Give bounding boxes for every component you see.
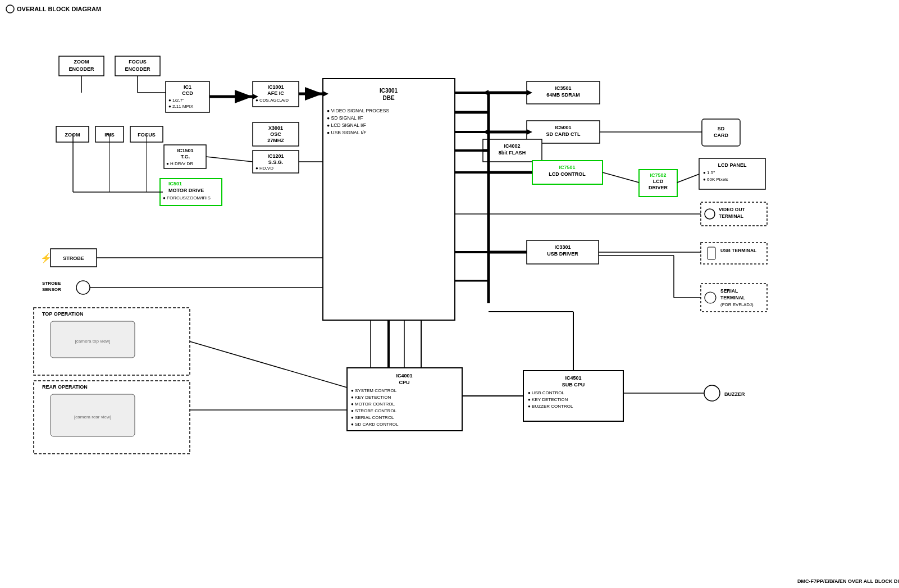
ic501-bullet: ● FORCUS/ZOOM/IRIS: [163, 195, 211, 200]
focus-encoder-label2: ENCODER: [125, 66, 150, 72]
ic4501-label2: SUB CPU: [562, 382, 585, 388]
sd-card-label1: SD: [718, 126, 725, 131]
lcd-panel-label: LCD PANEL: [718, 162, 747, 168]
ic4001-b1: ● SYSTEM CONTROL: [351, 388, 397, 393]
zoom-label: ZOOM: [65, 132, 80, 138]
ic4001-label2: CPU: [399, 380, 409, 385]
ic7502-label3: DRIVER: [649, 185, 668, 190]
ic4001-b2: ● KEY DETECTION: [351, 395, 391, 400]
ic3501-label1: IC3501: [555, 85, 571, 91]
ic1201-bullet: ● HD,VD: [255, 166, 273, 171]
usb-icon: [708, 247, 715, 259]
ic4001-b4: ● STROBE CONTROL: [351, 408, 397, 413]
page: OVERALL BLOCK DIAGRAM DMC-F7PP/E/B/A/EN …: [0, 0, 899, 588]
ic4002-label1: IC4002: [504, 143, 520, 149]
arrow-bus-sdram-l: [483, 90, 489, 95]
top-camera-placeholder: [camera top view]: [75, 339, 111, 344]
serial-icon: [705, 292, 716, 303]
wire-tg-ssg: [206, 157, 253, 162]
ic1-label1: IC1: [184, 84, 191, 90]
rear-operation-label: REAR OPERATION: [42, 384, 88, 390]
ic3501-label2: 64MB SDRAM: [546, 92, 580, 98]
ic4501-b1: ● USB CONTROL: [528, 390, 564, 395]
sd-card-label2: CARD: [714, 133, 728, 138]
video-out-icon: [705, 209, 715, 219]
x3001-label3: 27MHZ: [267, 138, 284, 143]
ic4001-b5: ● SERIAL CONTROL: [351, 415, 394, 420]
focus-encoder-label1: FOCUS: [129, 59, 147, 65]
ic7502-label1: IC7502: [650, 172, 666, 178]
ic7501-label2: LCD CONTROL: [549, 171, 586, 177]
ic4001-b6: ● SD CARD CONTROL: [351, 422, 399, 427]
ic1001-label1: IC1001: [267, 84, 284, 90]
ic3001-bullet4: ● USB SIGNAL I/F: [327, 130, 366, 135]
ic1-label2: CCD: [182, 90, 193, 96]
buzzer-label: BUZZER: [724, 391, 745, 397]
ic1501-bullet: ● H DR/V DR: [166, 161, 193, 166]
footer-label: DMC-F7PP/E/B/A/EN OVER ALL BLOCK DIAGRAM: [797, 578, 899, 584]
ic4501-label1: IC4501: [565, 375, 581, 381]
x3001-label1: X3001: [268, 125, 283, 131]
ic1001-bullet: ● CDS,AGC,A/D: [255, 98, 289, 103]
wire-lcdctl-lcddvr: [603, 172, 639, 183]
ic3001-bullet1: ● VIDEO SIGNAL PROCESS: [327, 108, 389, 113]
ic7501-label1: IC7501: [559, 165, 575, 170]
strobe-sensor-label1: STROBE: [42, 281, 61, 286]
ic1201-label2: S.S.G.: [268, 159, 284, 165]
arrow-bus-sdctl-l: [483, 129, 489, 135]
buzzer-icon: [704, 385, 720, 401]
block-diagram-svg: OVERALL BLOCK DIAGRAM DMC-F7PP/E/B/A/EN …: [0, 0, 899, 588]
ic4501-b2: ● KEY DETECTION: [528, 397, 568, 402]
ic3001-bullet3: ● LCD SIGNAL I/F: [327, 122, 366, 128]
ic501-label1: IC501: [168, 181, 182, 186]
serial-label3: (FOR EVR-ADJ): [720, 302, 754, 307]
ic1001-label2: AFE IC: [267, 90, 284, 96]
ic5001-label1: IC5001: [555, 125, 571, 130]
ic3301-label1: IC3301: [554, 244, 571, 250]
ic501-label2: MOTOR DRIVE: [168, 188, 204, 193]
top-operation-label: TOP OPERATION: [42, 311, 84, 317]
header-title: OVERALL BLOCK DIAGRAM: [17, 6, 101, 12]
ic3001-bullet2: ● SD SIGNAL I/F: [327, 115, 363, 121]
ic3301-label2: USB DRIVER: [547, 251, 578, 257]
header-icon: [6, 5, 14, 13]
ic3001-label1: IC3001: [380, 88, 398, 94]
ic1-bullet2: ● 2.11 MPIX: [168, 104, 194, 109]
ic1201-label1: IC1201: [267, 153, 284, 159]
video-out-label1: VIDEO OUT: [719, 207, 746, 212]
serial-label2: TERMINAL: [720, 295, 745, 300]
x3001-label2: OSC: [270, 131, 281, 137]
rear-camera-placeholder: [camera rear view]: [74, 414, 111, 420]
ic4501-b3: ● BUZZER CONTROL: [528, 404, 573, 409]
ic3001-label2: DBE: [382, 95, 394, 101]
video-out-label2: TERMINAL: [719, 213, 743, 219]
ic4001-b3: ● MOTOR CONTROL: [351, 402, 395, 407]
zoom-encoder-label2: ENCODER: [69, 66, 94, 72]
ic4002-label2: 8bit FLASH: [499, 150, 526, 156]
ic1501-label1: IC1501: [177, 148, 193, 153]
strobe-icon: ⚡: [40, 253, 52, 263]
wire-top-op-cpu: [190, 341, 347, 388]
ic5001-label2: SD CARD CTL: [546, 131, 581, 137]
ic1501-label2: T.G.: [181, 154, 190, 159]
ic4001-label1: IC4001: [396, 373, 412, 379]
strobe-sensor-label2: SENSOR: [42, 287, 61, 292]
lcd-panel-bullet1: ● 1.5": [703, 170, 715, 175]
lcd-panel-bullet2: ● 60K Pixels: [703, 177, 728, 182]
strobe-sensor-circle: [76, 281, 90, 294]
wire-lcddvr-lcdpanel: [677, 174, 699, 183]
serial-label1: SERIAL: [720, 288, 738, 294]
zoom-encoder-label1: ZOOM: [74, 59, 89, 65]
ic7502-label2: LCD: [653, 179, 664, 184]
ic1-bullet1: ● 1/2.7": [168, 98, 184, 103]
usb-terminal-label: USB TERMINAL: [720, 248, 756, 253]
strobe-label: STROBE: [63, 256, 84, 261]
